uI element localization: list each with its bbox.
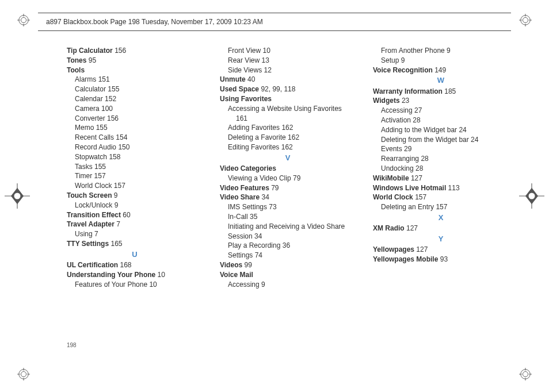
svg-point-7 xyxy=(523,17,528,22)
index-entry: Undocking 28 xyxy=(373,164,509,174)
index-entry-page: 10 xyxy=(147,280,157,289)
index-entry-label: Events xyxy=(381,145,402,153)
index-entry-page: 99 xyxy=(242,261,252,269)
index-entry-page: 24 xyxy=(457,126,467,134)
index-entry-label: Viewing a Video Clip xyxy=(228,174,291,182)
index-entry-page: 93 xyxy=(438,255,448,263)
index-entry-page: 7 xyxy=(93,230,98,238)
index-entry: Setup 9 xyxy=(373,56,509,66)
index-columns: Tip Calculator 156Tones 95ToolsAlarms 15… xyxy=(67,46,509,289)
index-entry-page: 28 xyxy=(411,116,421,124)
index-entry-page: 157 xyxy=(112,182,125,190)
index-entry-label: Play a Recording xyxy=(228,241,280,249)
svg-point-18 xyxy=(521,370,531,379)
index-entry: Adding Favorites 162 xyxy=(220,123,356,133)
index-entry: Transition Effect 60 xyxy=(67,210,203,220)
index-entry-label: From Another Phone xyxy=(381,47,445,55)
index-entry-label: Tasks xyxy=(75,163,93,171)
index-entry: Rear View 13 xyxy=(220,56,356,66)
index-entry-label: Video Categories xyxy=(220,164,276,172)
index-entry-label: Calendar xyxy=(75,95,103,103)
index-entry: Memo 155 xyxy=(67,123,203,133)
index-entry-page: 185 xyxy=(443,87,456,95)
index-entry-label: Windows Live Hotmail xyxy=(373,184,446,192)
index-entry: Warranty Information 185 xyxy=(373,87,509,97)
index-entry: From Another Phone 9 xyxy=(373,46,509,56)
index-entry-page: 127 xyxy=(405,224,418,232)
index-entry: Videos 99 xyxy=(220,260,356,270)
index-entry-page: 157 xyxy=(92,172,105,180)
index-entry-page: 157 xyxy=(413,193,426,201)
index-entry-label: Deleting a Favorite xyxy=(228,133,286,141)
index-entry: Deleting from the Widget bar 24 xyxy=(373,135,509,145)
index-entry: Converter 156 xyxy=(67,114,203,124)
index-entry-label: Front View xyxy=(228,47,261,55)
index-entry-label: Timer xyxy=(75,172,92,180)
svg-point-31 xyxy=(529,193,535,199)
index-entry-page: 23 xyxy=(400,97,410,105)
index-entry-label: Used Space xyxy=(220,85,259,93)
index-entry: WikiMobile 127 xyxy=(373,174,509,183)
section-letter: V xyxy=(220,152,356,164)
index-entry-page: 73 xyxy=(267,203,277,211)
index-entry-label: Stopwatch xyxy=(75,153,107,161)
index-entry-label: Using Favorites xyxy=(220,95,272,103)
index-entry-page: 150 xyxy=(116,143,129,151)
index-entry-label: Warranty Information xyxy=(373,87,443,95)
index-entry: Editing Favorites 162 xyxy=(220,143,356,152)
registration-target-icon xyxy=(5,183,30,209)
index-entry-label: Activation xyxy=(381,116,411,124)
index-entry-label: Deleting from the Widget bar xyxy=(381,136,469,144)
index-entry: Yellowpages Mobile 93 xyxy=(373,255,509,264)
index-entry: Deleting a Favorite 162 xyxy=(220,133,356,143)
registration-target-icon xyxy=(519,183,544,209)
index-entry-page: 155 xyxy=(94,124,107,132)
index-entry-label: Transition Effect xyxy=(67,211,121,219)
index-entry: Accessing 9 xyxy=(220,280,356,290)
index-entry-page: 36 xyxy=(280,241,290,249)
index-entry: Initiating and Receiving a Video Share S… xyxy=(220,222,356,241)
index-entry: World Clock 157 xyxy=(373,193,509,202)
index-entry-label: Setup xyxy=(381,56,399,64)
index-entry-page: 60 xyxy=(121,211,131,219)
index-entry-label: Yellowpages xyxy=(373,245,414,253)
index-entry-label: UL Certification xyxy=(67,261,118,269)
index-entry-label: Accessing xyxy=(381,106,413,114)
index-entry-page: 162 xyxy=(280,124,293,132)
index-entry: UL Certification 168 xyxy=(67,260,203,270)
index-entry-page: 9 xyxy=(112,201,118,209)
index-entry-label: Yellowpages Mobile xyxy=(373,255,438,263)
index-entry-page: 161 xyxy=(220,114,356,124)
index-entry: Understanding Your Phone 10 xyxy=(67,270,203,280)
index-entry-page: 9 xyxy=(399,56,405,64)
index-entry: Settings 74 xyxy=(220,251,356,260)
index-entry-label: Tip Calculator xyxy=(67,47,113,55)
index-entry-page: 127 xyxy=(414,245,428,253)
index-entry-label: Initiating and Receiving a Video Share S… xyxy=(228,222,345,240)
index-entry-label: World Clock xyxy=(75,182,112,190)
index-entry: XM Radio 127 xyxy=(373,224,509,233)
index-entry-page: 10 xyxy=(261,47,270,55)
index-entry-label: Record Audio xyxy=(75,143,116,151)
index-entry-label: Side Views xyxy=(228,66,262,74)
section-letter: W xyxy=(373,75,509,86)
index-entry: Using 7 xyxy=(67,229,203,239)
index-entry-label: Accessing xyxy=(228,280,260,289)
index-entry: Stopwatch 158 xyxy=(67,152,203,162)
index-entry: Side Views 12 xyxy=(220,66,356,75)
index-entry: Calculator 155 xyxy=(67,84,203,94)
crop-mark-icon xyxy=(17,14,30,26)
index-entry-label: World Clock xyxy=(373,193,413,201)
svg-point-6 xyxy=(521,16,531,25)
index-entry-page: 27 xyxy=(413,106,422,114)
index-entry-page: 9 xyxy=(112,191,117,199)
index-entry: Viewing a Video Clip 79 xyxy=(220,174,356,183)
index-entry: Used Space 92, 99, 118 xyxy=(220,84,356,94)
index-entry: Voice Mail xyxy=(220,270,356,280)
index-entry: Events 29 xyxy=(373,144,509,154)
index-column-2: Front View 10Rear View 13Side Views 12Un… xyxy=(220,46,356,289)
index-entry-page: 151 xyxy=(96,75,109,83)
index-entry: Tools xyxy=(67,66,203,75)
index-column-1: Tip Calculator 156Tones 95ToolsAlarms 15… xyxy=(67,46,203,289)
index-entry: Record Audio 150 xyxy=(67,143,203,152)
